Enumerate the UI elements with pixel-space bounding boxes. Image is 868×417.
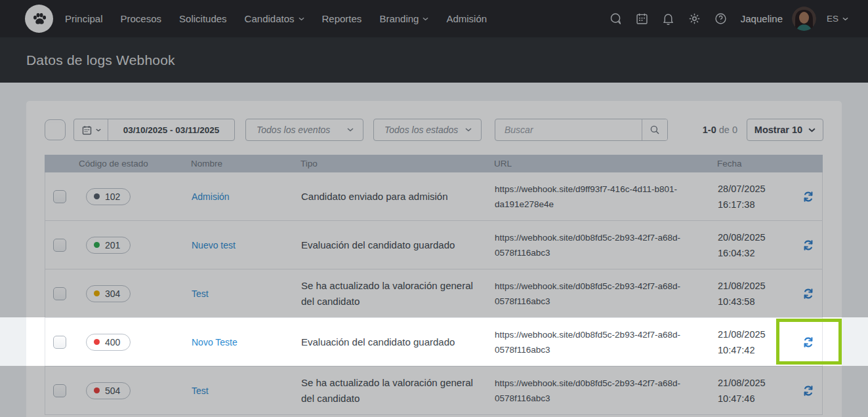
language-selector[interactable]: ES: [827, 14, 848, 24]
log-time: 10:43:58: [718, 296, 754, 307]
column-header-url: URL: [489, 159, 712, 169]
nav-item-candidatos[interactable]: Candidatos: [245, 13, 304, 24]
table-header: Código de estado Nombre Tipo URL Fecha: [45, 155, 823, 172]
refresh-icon: [801, 287, 816, 301]
refresh-icon: [801, 189, 816, 204]
date-range-value[interactable]: 03/10/2025 - 03/11/2025: [108, 119, 234, 140]
log-date: 21/08/2025: [718, 281, 766, 291]
status-code: 201: [105, 240, 120, 250]
app-logo-paw-icon[interactable]: [25, 5, 53, 33]
nav-item-solicitudes[interactable]: Solicitudes: [179, 13, 227, 24]
status-code: 400: [105, 337, 120, 348]
states-filter-dropdown[interactable]: Todos los estados: [373, 119, 482, 141]
search-icon: [649, 124, 661, 136]
log-date: 21/08/2025: [718, 378, 766, 388]
log-time: 16:04:32: [718, 248, 754, 258]
top-navbar: PrincipalProcesosSolicitudesCandidatosRe…: [0, 0, 868, 37]
nav-item-branding[interactable]: Branding: [379, 13, 428, 24]
chevron-down-icon: [299, 17, 304, 21]
nav-item-label: Reportes: [322, 13, 362, 24]
status-dot: [94, 193, 100, 199]
log-date: 21/08/2025: [718, 329, 766, 340]
resend-webhook-button[interactable]: [800, 188, 817, 205]
help-icon[interactable]: [714, 12, 728, 26]
language-label: ES: [827, 14, 838, 24]
refresh-icon: [801, 384, 816, 398]
table-row: 102 Admisión Candidato enviado para admi…: [45, 172, 822, 221]
chevron-down-icon: [423, 17, 428, 21]
page-title: Datos de logs Webhook: [26, 52, 175, 68]
webhook-logs-card: 03/10/2025 - 03/11/2025 Todos los evento…: [26, 101, 842, 417]
row-checkbox[interactable]: [53, 190, 66, 203]
status-code: 504: [105, 386, 120, 396]
webhook-name-link[interactable]: Admisión: [186, 191, 230, 202]
search-box: [495, 119, 668, 141]
webhook-name-link[interactable]: Test: [186, 386, 209, 396]
pagination-of: de 0: [719, 125, 737, 135]
table-row: 304 Test Se ha actualizado la valoración…: [45, 269, 822, 318]
webhook-name-link[interactable]: Nuevo test: [186, 240, 236, 250]
chevron-down-icon: [96, 129, 101, 132]
event-type: Evaluación del candidato guardado: [296, 237, 489, 253]
refresh-icon: [801, 335, 816, 349]
webhook-url: https://webhook.site/d9ff93f7-416c-4d11-…: [489, 182, 713, 212]
events-filter-value: Todos los eventos: [257, 125, 330, 135]
chevron-down-icon: [842, 17, 848, 21]
nav-item-admision[interactable]: Admisión: [446, 13, 487, 24]
chevron-down-icon: [808, 128, 816, 132]
search-input[interactable]: [495, 119, 642, 140]
status-dot: [94, 387, 100, 393]
status-dot: [94, 242, 100, 248]
row-checkbox[interactable]: [53, 336, 66, 349]
resend-webhook-button[interactable]: [800, 334, 817, 351]
webhook-url: https://webhook.site/d0b8fd5c-2b93-42f7-…: [489, 376, 713, 406]
nav-items: PrincipalProcesosSolicitudesCandidatosRe…: [65, 13, 487, 24]
nav-item-label: Admisión: [446, 13, 487, 24]
show-per-page-button[interactable]: Mostrar 10: [747, 119, 823, 141]
row-checkbox[interactable]: [53, 239, 66, 252]
webhook-name-link[interactable]: Novo Teste: [186, 337, 238, 348]
calendar-icon: [81, 125, 93, 136]
resend-webhook-button[interactable]: [800, 285, 817, 302]
states-filter-value: Todos los estados: [384, 125, 458, 135]
row-checkbox[interactable]: [53, 287, 66, 300]
search-button[interactable]: [642, 119, 667, 140]
nav-item-reportes[interactable]: Reportes: [322, 13, 362, 24]
nav-item-principal[interactable]: Principal: [65, 13, 103, 24]
bell-icon[interactable]: [661, 12, 675, 26]
gear-icon[interactable]: [688, 12, 701, 26]
event-type: Se ha actualizado la valoración general …: [296, 375, 489, 407]
nav-item-label: Procesos: [121, 13, 162, 24]
log-date: 20/08/2025: [718, 232, 766, 243]
chat-icon[interactable]: [609, 12, 623, 26]
table-row-highlighted: 400 Novo Teste Evaluación del candidato …: [45, 318, 822, 367]
events-filter-dropdown[interactable]: Todos los eventos: [245, 119, 363, 141]
event-type: Evaluación del candidato guardado: [296, 334, 489, 350]
nav-item-label: Solicitudes: [179, 13, 227, 24]
webhook-name-link[interactable]: Test: [186, 288, 209, 299]
webhook-url: https://webhook.site/d0b8fd5c-2b93-42f7-…: [489, 327, 713, 357]
log-time: 10:47:46: [718, 393, 754, 404]
resend-webhook-button[interactable]: [800, 382, 817, 399]
date-range-picker[interactable]: 03/10/2025 - 03/11/2025: [73, 119, 235, 141]
column-header-name: Nombre: [186, 159, 295, 169]
select-all-checkbox[interactable]: [45, 119, 66, 140]
status-code: 304: [105, 288, 120, 299]
row-checkbox[interactable]: [53, 384, 66, 397]
status-badge: 304: [86, 285, 131, 302]
avatar[interactable]: [792, 7, 816, 31]
nav-item-label: Principal: [65, 13, 103, 24]
status-dot: [94, 339, 100, 345]
refresh-icon: [801, 238, 816, 252]
resend-webhook-button[interactable]: [800, 237, 817, 254]
pagination-summary: 1-0 de 0: [703, 125, 737, 135]
column-header-type: Tipo: [295, 159, 489, 169]
event-type: Se ha actualizado la valoración general …: [296, 278, 489, 309]
calendar-icon[interactable]: [635, 12, 649, 26]
webhook-logs-table: Código de estado Nombre Tipo URL Fecha 1…: [45, 155, 823, 415]
calendar-toggle[interactable]: [74, 119, 108, 140]
column-header-date: Fecha: [712, 159, 793, 169]
user-name[interactable]: Jaqueline: [741, 13, 783, 24]
nav-item-procesos[interactable]: Procesos: [121, 13, 162, 24]
show-per-page-label: Mostrar 10: [754, 125, 802, 135]
